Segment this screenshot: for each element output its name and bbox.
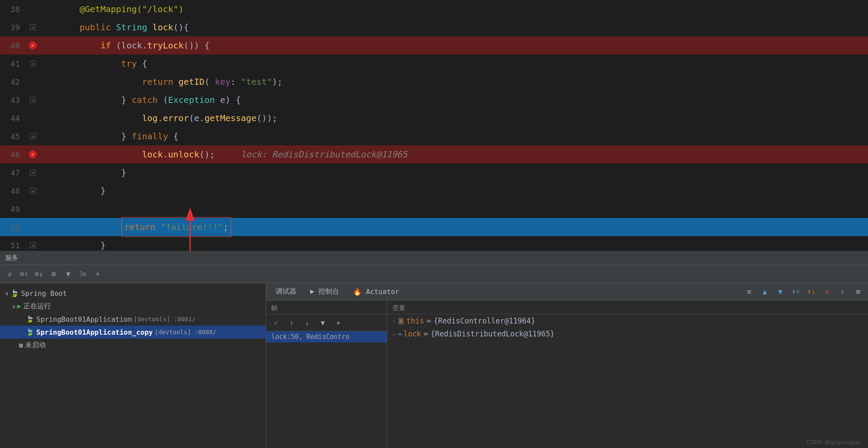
variables-panel: 变量 › ≡ this = {RedisController@11964} › … (387, 301, 868, 448)
code-content-51: } (40, 218, 868, 251)
tree-item-running[interactable]: ∨ ▶ 正在运行 (0, 300, 266, 313)
gutter-40: ✓ (26, 42, 40, 49)
tree-item-suffix: [devtools] :8081/ (134, 316, 196, 323)
tab-actuator[interactable]: 🔥 Actuator (347, 286, 405, 298)
toolbar-up-btn[interactable]: ≡↑ (18, 268, 30, 280)
gutter-51: ⊿ (26, 242, 40, 248)
tree-item-label: 未启动 (25, 341, 46, 350)
services-tree-panel: ∨ 🍃 Spring Boot ∨ ▶ 正在运行 🍃 SpringBoot01A… (0, 283, 266, 448)
line-number-39: 39 (0, 23, 26, 32)
frame-add-icon[interactable]: + (332, 316, 345, 329)
fold-icon[interactable]: ⊿ (30, 170, 36, 176)
debug-btn-up[interactable]: ▲ (758, 285, 771, 298)
gutter-45: ⊿ (26, 133, 40, 139)
var-item-this[interactable]: › ≡ this = {RedisController@11964} (387, 314, 868, 327)
frame-item-0[interactable]: lock:50, RedisContro (266, 331, 387, 342)
var-val-lock: {RedisDistributedLock@11965} (431, 330, 555, 338)
fold-icon[interactable]: ⊿ (30, 242, 36, 248)
debug-btn-menu[interactable]: ≡ (743, 285, 756, 298)
frame-filter-icon[interactable]: ▼ (316, 316, 329, 329)
panel-title-bar: 服务 (0, 251, 868, 265)
panel-body: ∨ 🍃 Spring Boot ∨ ▶ 正在运行 🍃 SpringBoot01A… (0, 283, 868, 448)
var-val-this: {RedisController@11964} (434, 317, 535, 325)
fold-icon[interactable]: ⊿ (30, 133, 36, 139)
breakpoint-icon-46[interactable]: ✓ (29, 150, 37, 158)
tree-item-label: SpringBoot01Application (36, 315, 132, 323)
fold-icon[interactable]: ⊿ (30, 24, 36, 30)
fold-icon[interactable]: ⊿ (30, 188, 36, 194)
toolbar-add-btn[interactable]: + (92, 268, 104, 280)
run-icon: ▶ (17, 302, 21, 310)
code-line-48: 48 ⊿ } (0, 182, 868, 200)
gutter-47: ⊿ (26, 170, 40, 176)
bottom-panel: 服务 ↺ ≡↑ ≡↓ ⊞ ▼ 🌬 + ∨ 🍃 Spring Boot ∨ ▶ 正… (0, 251, 868, 448)
plain-token: } (79, 186, 105, 196)
vars-header: 变量 (387, 302, 868, 314)
line-number-46: 46 (0, 150, 26, 159)
toolbar-down-btn[interactable]: ≡↓ (33, 268, 45, 280)
frame-check-icon[interactable]: ✓ (270, 316, 283, 329)
frame-down-icon[interactable]: ↓ (301, 316, 314, 329)
toolbar-wind-btn[interactable]: 🌬 (77, 268, 89, 280)
toolbar-filter-btn[interactable]: ▼ (62, 268, 74, 280)
tab-actuator-label: Actuator (366, 288, 399, 296)
actuator-icon: 🔥 (353, 288, 366, 296)
springboot-icon: 🍃 (10, 289, 19, 298)
debug-btn-upload[interactable]: ⬆↓ (805, 285, 818, 298)
tab-console[interactable]: ▶ 控制台 (304, 285, 345, 298)
breakpoint-icon-40[interactable]: ✓ (29, 42, 37, 49)
tree-item-label: SpringBoot01Application_copy (36, 328, 153, 336)
spring-app-copy-icon: 🍃 (26, 328, 34, 336)
debug-btn-download[interactable]: ⬇↑ (789, 285, 802, 298)
tree-item-label: 正在运行 (23, 302, 51, 311)
tab-debugger[interactable]: 调试器 (270, 285, 302, 298)
debug-tabs-bar: 调试器 ▶ 控制台 🔥 Actuator ≡ ▲ ▼ ⬇↑ ⬆↓ ✕ (266, 283, 868, 301)
frame-toolbar: ✓ ↑ ↓ ▼ + (266, 314, 387, 331)
tree-item-app1[interactable]: 🍃 SpringBoot01Application [devtools] :80… (0, 313, 266, 326)
debugger-panel: 调试器 ▶ 控制台 🔥 Actuator ≡ ▲ ▼ ⬇↑ ⬆↓ ✕ (266, 283, 868, 448)
line-number-49: 49 (0, 205, 26, 214)
frame-item-text: lock:50, RedisContro (271, 333, 350, 341)
gutter-43: ⊿ (26, 97, 40, 103)
debug-btn-down[interactable]: ▼ (774, 285, 787, 298)
line-number-42: 42 (0, 77, 26, 86)
frame-up-icon[interactable]: ↑ (285, 316, 298, 329)
toolbar-grid-btn[interactable]: ⊞ (48, 268, 60, 280)
var-expand-icon-lock: › (392, 331, 396, 337)
line-number-48: 48 (0, 186, 26, 195)
console-icon: ▶ (310, 287, 318, 295)
line-number-40: 40 (0, 41, 26, 50)
var-name-this: this (406, 317, 424, 325)
debug-btn-filter[interactable]: ↑ (836, 285, 849, 298)
var-name-lock: lock (404, 330, 421, 338)
line-number-51: 51 (0, 241, 26, 250)
this-icon: ≡ (398, 318, 404, 324)
line-number-38: 38 (0, 5, 26, 14)
tree-item-stopped[interactable]: ■ 未启动 (0, 339, 266, 352)
toolbar-restart-btn[interactable]: ↺ (3, 268, 16, 280)
tree-item-springboot[interactable]: ∨ 🍃 Spring Boot (0, 287, 266, 300)
var-expand-icon: › (392, 318, 396, 324)
line-number-44: 44 (0, 114, 26, 123)
line-number-41: 41 (0, 59, 26, 68)
gutter-39: ⊿ (26, 24, 40, 30)
debug-btn-stop[interactable]: ✕ (820, 285, 833, 298)
debug-btn-grid[interactable]: ⊞ (852, 285, 865, 298)
gutter-46: ✓ (26, 150, 40, 158)
frames-header: 帧 (266, 302, 387, 314)
fold-icon[interactable]: ⊿ (30, 61, 36, 67)
line-number-47: 47 (0, 168, 26, 177)
infinity-icon: ∞ (398, 331, 402, 337)
tree-item-app-copy[interactable]: 🍃 SpringBoot01Application_copy [devtools… (0, 326, 266, 339)
panel-title: 服务 (5, 254, 18, 262)
code-line-51: 51 ⊿ } (0, 236, 868, 251)
tree-expand-icon: ∨ (5, 290, 9, 297)
frames-panel: 帧 ✓ ↑ ↓ ▼ + lock:50, RedisContro (266, 301, 387, 448)
var-eq-lock: = (424, 330, 428, 338)
gutter-48: ⊿ (26, 188, 40, 194)
line-number-50: 50 (0, 223, 26, 232)
debug-body: 帧 ✓ ↑ ↓ ▼ + lock:50, RedisContro 变量 (266, 301, 868, 448)
var-item-lock[interactable]: › ∞ lock = {RedisDistributedLock@11965} (387, 327, 868, 340)
panel-toolbar: ↺ ≡↑ ≡↓ ⊞ ▼ 🌬 + (0, 265, 868, 283)
fold-icon[interactable]: ⊿ (30, 97, 36, 103)
